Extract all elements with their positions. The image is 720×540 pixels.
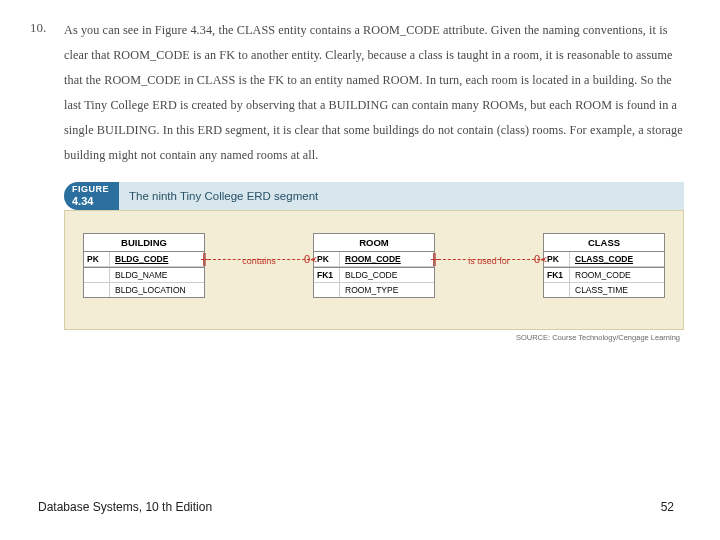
footer-book-title: Database Systems, 10 th Edition xyxy=(38,500,212,514)
list-item-number: 10. xyxy=(30,20,46,36)
page-footer: Database Systems, 10 th Edition 52 xyxy=(38,500,674,514)
entity-class: CLASS PK CLASS_CODE FK1 ROOM_CODE CLASS_… xyxy=(543,233,665,298)
figure-number-tab: FIGURE 4.34 xyxy=(64,182,119,210)
key-col xyxy=(84,283,110,297)
entity-row: BLDG_NAME xyxy=(84,267,204,283)
attr-col: BLDG_CODE xyxy=(110,252,204,266)
figure-number: 4.34 xyxy=(72,195,109,207)
entity-row: PK CLASS_CODE xyxy=(544,252,664,267)
attr-col: BLDG_NAME xyxy=(110,268,204,282)
key-col: FK1 xyxy=(314,268,340,282)
key-col: PK xyxy=(544,252,570,266)
attr-col: ROOM_TYPE xyxy=(340,283,434,297)
figure-source: SOURCE: Course Technology/Cengage Learni… xyxy=(64,330,684,342)
figure-caption: The ninth Tiny College ERD segment xyxy=(119,182,684,210)
relationship-contains: ╫ O< contains xyxy=(203,239,315,309)
key-col xyxy=(84,268,110,282)
entity-row: FK1 ROOM_CODE xyxy=(544,267,664,283)
cardinality-one-icon: ╫ xyxy=(201,253,208,266)
attr-col: BLDG_LOCATION xyxy=(110,283,204,297)
key-col xyxy=(314,283,340,297)
entity-row: FK1 BLDG_CODE xyxy=(314,267,434,283)
figure-label: FIGURE xyxy=(72,185,109,195)
attr-col: CLASS_TIME xyxy=(570,283,664,297)
cardinality-one-icon: ╫ xyxy=(431,253,438,266)
key-col: FK1 xyxy=(544,268,570,282)
entity-building: BUILDING PK BLDG_CODE BLDG_NAME BLDG_LOC… xyxy=(83,233,205,298)
attr-col: ROOM_CODE xyxy=(570,268,664,282)
figure-titlebar: FIGURE 4.34 The ninth Tiny College ERD s… xyxy=(64,182,684,210)
key-col: PK xyxy=(314,252,340,266)
entity-row: CLASS_TIME xyxy=(544,283,664,297)
entity-name: ROOM xyxy=(314,234,434,252)
entity-room: ROOM PK ROOM_CODE FK1 BLDG_CODE ROOM_TYP… xyxy=(313,233,435,298)
relationship-label: is used for xyxy=(466,256,512,266)
cardinality-many-optional-icon: O< xyxy=(304,253,317,266)
footer-page-number: 52 xyxy=(661,500,674,514)
attr-col: ROOM_CODE xyxy=(340,252,434,266)
relationship-is-used-for: ╫ O< is used for xyxy=(433,239,545,309)
entity-row: PK BLDG_CODE xyxy=(84,252,204,267)
relationship-label: contains xyxy=(240,256,278,266)
entity-name: BUILDING xyxy=(84,234,204,252)
attr-col: BLDG_CODE xyxy=(340,268,434,282)
erd-diagram: BUILDING PK BLDG_CODE BLDG_NAME BLDG_LOC… xyxy=(64,210,684,330)
key-col: PK xyxy=(84,252,110,266)
entity-name: CLASS xyxy=(544,234,664,252)
entity-row: ROOM_TYPE xyxy=(314,283,434,297)
attr-col: CLASS_CODE xyxy=(570,252,664,266)
key-col xyxy=(544,283,570,297)
cardinality-many-optional-icon: O< xyxy=(534,253,547,266)
entity-row: PK ROOM_CODE xyxy=(314,252,434,267)
figure-4-34: FIGURE 4.34 The ninth Tiny College ERD s… xyxy=(64,182,684,342)
entity-row: BLDG_LOCATION xyxy=(84,283,204,297)
body-paragraph: As you can see in Figure 4.34, the CLASS… xyxy=(64,18,686,168)
